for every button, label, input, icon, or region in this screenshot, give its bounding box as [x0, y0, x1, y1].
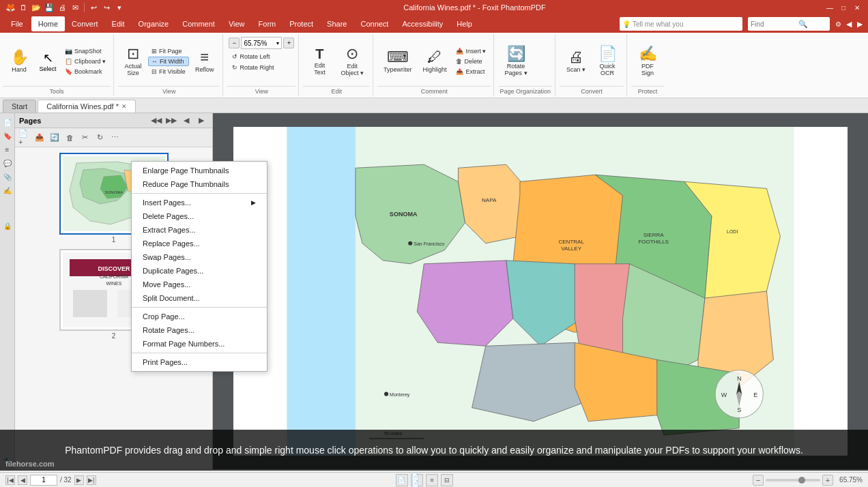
ctx-duplicate-pages[interactable]: Duplicate Pages... [132, 264, 267, 278]
tab-start[interactable]: Start [3, 100, 36, 113]
menu-form[interactable]: Form [252, 16, 283, 31]
window-maximize[interactable]: □ [838, 2, 849, 13]
sidebar-comments-icon[interactable]: 💬 [1, 157, 14, 169]
qat-open[interactable]: 📂 [31, 2, 42, 13]
ctx-split-document[interactable]: Split Document... [132, 291, 267, 305]
pdf-sign-button[interactable]: ✍ PDFSign [633, 38, 663, 85]
view-mode-single[interactable]: 📄 [396, 474, 408, 486]
edit-text-button[interactable]: T EditText [304, 38, 334, 85]
ctx-insert-pages[interactable]: Insert Pages...▶ [132, 196, 267, 209]
rotate-right-button[interactable]: ↻Rotate Right [229, 63, 294, 72]
window-minimize[interactable]: — [824, 2, 835, 13]
ctx-reduce-thumbs[interactable]: Reduce Page Thumbnails [132, 177, 267, 191]
zoom-out-button[interactable]: − [229, 38, 240, 48]
zoom-select[interactable]: 65.75%▾ [241, 37, 282, 49]
window-close[interactable]: ✕ [852, 2, 863, 13]
page-number-input[interactable]: 1 [30, 475, 57, 486]
delete-button[interactable]: 🗑Delete [452, 57, 489, 66]
panel-nav-prev[interactable]: ◀ [179, 114, 193, 128]
scroll-right[interactable]: ▶ [74, 475, 84, 485]
sidebar-pages-icon[interactable]: 📄 [1, 116, 14, 128]
search-box[interactable]: 🔍 [748, 17, 830, 31]
qat-dropdown[interactable]: ▾ [114, 2, 125, 13]
menu-convert[interactable]: Convert [65, 16, 105, 31]
sidebar-lock-icon[interactable]: 🔒 [1, 220, 14, 232]
qat-print[interactable]: 🖨 [57, 2, 68, 13]
panel-rotate-page[interactable]: ↻ [93, 131, 106, 145]
menu-home[interactable]: Home [31, 16, 65, 31]
sidebar-attachments-icon[interactable]: 📎 [1, 171, 14, 183]
ctx-rotate-pages[interactable]: Rotate Pages... [132, 323, 267, 337]
scroll-start[interactable]: |◀ [5, 475, 15, 485]
ctx-delete-pages[interactable]: Delete Pages... [132, 209, 267, 223]
rotate-left-button[interactable]: ↺Rotate Left [229, 52, 294, 61]
view-mode-split[interactable]: ⊟ [441, 474, 453, 486]
tab-close-icon[interactable]: ✕ [121, 103, 127, 110]
typewriter-button[interactable]: ⌨ Typewriter [379, 38, 417, 85]
nav-forward[interactable]: ▶ [854, 18, 865, 29]
bookmark-button[interactable]: 🔖Bookmark [61, 67, 109, 76]
ctx-swap-pages[interactable]: Swap Pages... [132, 250, 267, 264]
menu-comment[interactable]: Comment [175, 16, 222, 31]
menu-accessibility[interactable]: Accessibility [395, 16, 450, 31]
scan-button[interactable]: 🖨 Scan ▾ [561, 38, 591, 85]
menu-file[interactable]: File [3, 16, 31, 31]
edit-object-button[interactable]: ⊙ EditObject ▾ [336, 38, 368, 85]
sidebar-layers-icon[interactable]: ≡ [1, 143, 14, 156]
reflow-button[interactable]: ≡ Reflow [190, 38, 219, 85]
qat-save[interactable]: 💾 [44, 2, 55, 13]
ctx-enlarge-thumbs[interactable]: Enlarge Page Thumbnails [132, 164, 267, 177]
ctx-replace-pages[interactable]: Replace Pages... [132, 237, 267, 250]
scroll-left[interactable]: ◀ [18, 475, 27, 485]
actual-size-button[interactable]: ⊡ ActualSize [119, 38, 147, 85]
scroll-end[interactable]: ▶| [87, 475, 96, 485]
ctx-crop-page[interactable]: Crop Page... [132, 310, 267, 323]
fit-width-button[interactable]: ↔Fit Width [148, 57, 189, 66]
snapshot-button[interactable]: 📷SnapShot [61, 46, 109, 56]
zoom-minus-btn[interactable]: − [753, 475, 764, 486]
ctx-print-pages[interactable]: Print Pages... [132, 355, 267, 369]
ctx-move-pages[interactable]: Move Pages... [132, 278, 267, 291]
view-mode-double[interactable]: 📄📄 [411, 474, 423, 486]
qat-email[interactable]: ✉ [70, 2, 81, 13]
ctx-extract-pages[interactable]: Extract Pages... [132, 223, 267, 237]
qat-redo[interactable]: ↪ [101, 2, 112, 13]
search-input[interactable] [751, 20, 798, 28]
panel-crop-page[interactable]: ✂ [78, 131, 91, 145]
fit-visible-button[interactable]: ⊟Fit Visible [148, 67, 189, 76]
select-button[interactable]: ↖ Select [35, 44, 60, 79]
zoom-in-button[interactable]: + [283, 38, 294, 48]
panel-nav-next[interactable]: ▶ [194, 114, 208, 128]
ctx-format-page-numbers[interactable]: Format Page Numbers... [132, 337, 267, 351]
menu-help[interactable]: Help [450, 16, 479, 31]
panel-insert-page[interactable]: 📄+ [18, 131, 31, 145]
hand-button[interactable]: ✋ Hand [4, 38, 34, 85]
panel-extract-page[interactable]: 📤 [33, 131, 46, 145]
tab-california[interactable]: California Wines.pdf * ✕ [38, 100, 136, 113]
search-settings[interactable]: ⚙ [833, 18, 843, 29]
menu-protect[interactable]: Protect [283, 16, 320, 31]
menu-connect[interactable]: Connect [353, 16, 395, 31]
menu-view[interactable]: View [222, 16, 252, 31]
menu-organize[interactable]: Organize [132, 16, 176, 31]
panel-nav-first[interactable]: ◀◀ [149, 114, 163, 128]
highlight-button[interactable]: 🖊 Highlight [418, 38, 451, 85]
insert-button[interactable]: 📥Insert ▾ [452, 46, 489, 56]
sidebar-signatures-icon[interactable]: ✍ [1, 184, 14, 196]
view-mode-scroll[interactable]: ≡ [426, 474, 438, 486]
panel-more[interactable]: ⋯ [108, 131, 121, 145]
zoom-plus-btn[interactable]: + [822, 475, 833, 486]
nav-back[interactable]: ◀ [843, 18, 854, 29]
quick-ocr-button[interactable]: 📄 QuickOCR [592, 38, 622, 85]
menu-share[interactable]: Share [320, 16, 353, 31]
tell-me-box[interactable]: 💡 Tell me what you [620, 17, 742, 31]
extract-button[interactable]: 📤Extract [452, 67, 489, 76]
panel-nav-last[interactable]: ▶▶ [164, 114, 178, 128]
qat-new[interactable]: 🗒 [18, 2, 29, 13]
clipboard-button[interactable]: 📋Clipboard ▾ [61, 57, 109, 66]
rotate-pages-button[interactable]: 🔄 RotatePages ▾ [500, 38, 532, 85]
panel-delete-page[interactable]: 🗑 [63, 131, 76, 145]
menu-edit[interactable]: Edit [105, 16, 132, 31]
sidebar-bookmarks-icon[interactable]: 🔖 [1, 130, 14, 142]
qat-undo[interactable]: ↩ [88, 2, 99, 13]
